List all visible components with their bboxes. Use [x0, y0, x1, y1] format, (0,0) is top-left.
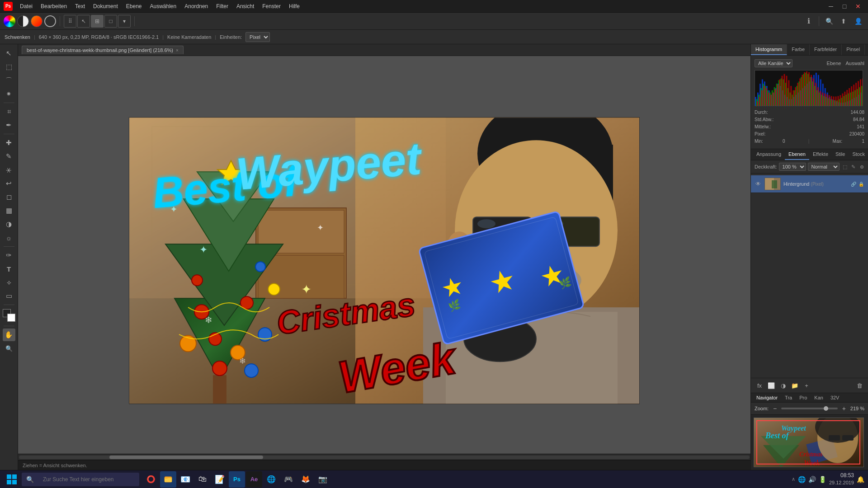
taskbar-game-icon[interactable]: 🎮 — [280, 471, 297, 488]
dodge-tool[interactable]: ☼ — [3, 231, 15, 244]
heal-brush-tool[interactable]: ✚ — [3, 136, 15, 149]
eyedropper-tool[interactable]: ✒ — [3, 119, 15, 131]
maximize-button[interactable]: □ — [838, 0, 851, 13]
taskbar-search-input[interactable] — [38, 473, 128, 486]
delete-layer-btn[interactable]: 🗑 — [854, 380, 864, 390]
hand-tool[interactable]: ✋ — [3, 328, 15, 341]
soft-proofing-icon[interactable] — [44, 15, 56, 27]
zoom-slider-thumb[interactable] — [824, 406, 828, 411]
tonal-icon[interactable] — [17, 15, 29, 27]
tab-kan[interactable]: Kan — [811, 393, 827, 402]
network-icon[interactable]: 🌐 — [798, 476, 806, 483]
add-layer-btn[interactable]: + — [802, 380, 811, 390]
gradient-tool[interactable]: ▦ — [3, 204, 15, 217]
brush-tool[interactable]: ✎ — [3, 150, 15, 163]
foreground-background-colors[interactable] — [3, 309, 15, 322]
menu-datei[interactable]: Datei — [16, 2, 36, 11]
tab-pinsel[interactable]: Pinsel — [842, 44, 865, 55]
selection-rect-tool[interactable]: ⬚ — [3, 61, 15, 73]
tray-up-icon[interactable]: ∧ — [792, 476, 795, 482]
tab-farbe[interactable]: Farbe — [787, 44, 810, 55]
grid-btn[interactable]: ⠿ — [64, 15, 76, 28]
canvas-viewport[interactable]: ❄ ❄ — [18, 56, 750, 454]
notifications-icon[interactable]: 🔔 — [857, 476, 864, 483]
pen-tool[interactable]: ✑ — [3, 249, 15, 262]
scrollbar-thumb[interactable] — [109, 455, 263, 459]
taskbar-explorer-icon[interactable] — [160, 471, 176, 488]
taskbar-notepad-icon[interactable]: 📝 — [212, 471, 228, 488]
history-brush-tool[interactable]: ↩ — [3, 177, 15, 190]
menu-dokument[interactable]: Dokument — [90, 2, 122, 11]
taskbar-store-icon[interactable]: 🛍 — [194, 471, 211, 488]
layer-link-icon[interactable]: 🔗 — [850, 181, 857, 187]
tab-tra[interactable]: Tra — [781, 393, 796, 402]
transform-btn[interactable]: ⊞ — [91, 15, 104, 28]
menu-filter[interactable]: Filter — [212, 2, 232, 11]
view-btn[interactable]: □ — [104, 15, 117, 28]
lock-position-icon[interactable]: ⊕ — [859, 163, 866, 170]
lock-transparency-icon[interactable]: ⬚ — [841, 163, 849, 170]
tab-close-icon[interactable]: × — [176, 48, 179, 53]
tab-stile[interactable]: Stile — [832, 149, 849, 160]
blend-mode-select[interactable]: Normal Multiplizieren Bildschirm — [808, 163, 840, 171]
lock-pixels-icon[interactable]: ✎ — [850, 163, 857, 170]
menu-bearbeiten[interactable]: Bearbeiten — [37, 2, 71, 11]
lasso-tool[interactable]: ⌒ — [3, 74, 15, 87]
zoom-in-btn[interactable]: + — [840, 405, 848, 412]
taskbar-search-bar[interactable]: 🔍 — [22, 473, 139, 486]
taskbar-cortana-icon[interactable]: ⭕ — [143, 471, 159, 488]
add-group-btn[interactable]: 📁 — [790, 380, 800, 390]
dropdown-btn[interactable]: ▾ — [118, 15, 131, 28]
windows-start-button[interactable] — [4, 471, 20, 488]
background-color[interactable] — [7, 314, 15, 322]
layer-item[interactable]: 👁 Hintergrund (Pixel) 🔗 🔒 — [751, 175, 868, 193]
visibility-icon[interactable]: 👁 — [755, 180, 762, 188]
layer-lock-icon[interactable]: 🔒 — [858, 181, 864, 187]
path-select-tool[interactable]: ⟡ — [3, 276, 15, 289]
add-adjustment-btn[interactable]: ◑ — [778, 380, 788, 390]
channel-select[interactable]: Alle Kanäle Rot Grün Blau — [755, 59, 793, 67]
menu-ansicht[interactable]: Ansicht — [233, 2, 258, 11]
blur-tool[interactable]: ◑ — [3, 218, 15, 230]
canvas-tab[interactable]: best-of-wayee-christmas-wekk-thumbnail.p… — [22, 46, 184, 54]
tab-stock[interactable]: Stock — [849, 149, 868, 160]
minimize-button[interactable]: ─ — [825, 0, 837, 13]
menu-ebene[interactable]: Ebene — [123, 2, 146, 11]
battery-icon[interactable]: 🔋 — [819, 476, 826, 483]
taskbar-ae-icon[interactable]: Ae — [246, 471, 262, 488]
volume-icon[interactable]: 🔊 — [808, 476, 816, 483]
tab-farbfelder[interactable]: Farbfelder — [810, 44, 842, 55]
tab-histogramm[interactable]: Histogramm — [751, 44, 787, 55]
taskbar-camera-icon[interactable]: 📷 — [315, 471, 331, 488]
share-btn[interactable]: ⬆ — [837, 15, 850, 28]
stamp-tool[interactable]: ⚹ — [3, 164, 15, 176]
add-mask-btn[interactable]: ⬜ — [766, 380, 776, 390]
horizontal-scrollbar[interactable] — [18, 454, 750, 460]
zoom-tool[interactable]: 🔍 — [3, 342, 15, 355]
taskbar-firefox-icon[interactable]: 🦊 — [297, 471, 314, 488]
zoom-slider[interactable] — [781, 408, 838, 409]
text-tool[interactable]: T — [3, 263, 15, 275]
account-btn[interactable]: 👤 — [852, 15, 864, 28]
info-btn[interactable]: ℹ — [802, 15, 815, 28]
quick-select-tool[interactable]: ⁕ — [3, 88, 15, 100]
tab-pro[interactable]: Pro — [796, 393, 811, 402]
taskbar-ps-icon[interactable]: Ps — [229, 471, 245, 488]
menu-anordnen[interactable]: Anordnen — [181, 2, 212, 11]
add-fx-btn[interactable]: fx — [755, 380, 764, 390]
move-tool[interactable]: ↖ — [3, 47, 15, 60]
crop-tool[interactable]: ⌗ — [3, 105, 15, 118]
menu-auswaehlen[interactable]: Auswählen — [146, 2, 180, 11]
close-button[interactable]: ✕ — [852, 0, 864, 13]
tab-ebenen[interactable]: Ebenen — [785, 149, 809, 160]
taskbar-mail-icon[interactable]: 📧 — [177, 471, 193, 488]
taskbar-chrome-icon[interactable]: 🌐 — [263, 471, 279, 488]
shape-tool[interactable]: ▭ — [3, 290, 15, 302]
menu-hilfe[interactable]: Hilfe — [285, 2, 303, 11]
scrollbar-track[interactable] — [19, 455, 750, 459]
tab-navigator[interactable]: Navigator — [753, 393, 781, 402]
cursor-btn[interactable]: ↖ — [77, 15, 90, 28]
color-adjust-icon[interactable] — [31, 15, 42, 27]
unit-select[interactable]: Pixel mm cm — [245, 32, 270, 42]
eraser-tool[interactable]: ◻ — [3, 191, 15, 203]
